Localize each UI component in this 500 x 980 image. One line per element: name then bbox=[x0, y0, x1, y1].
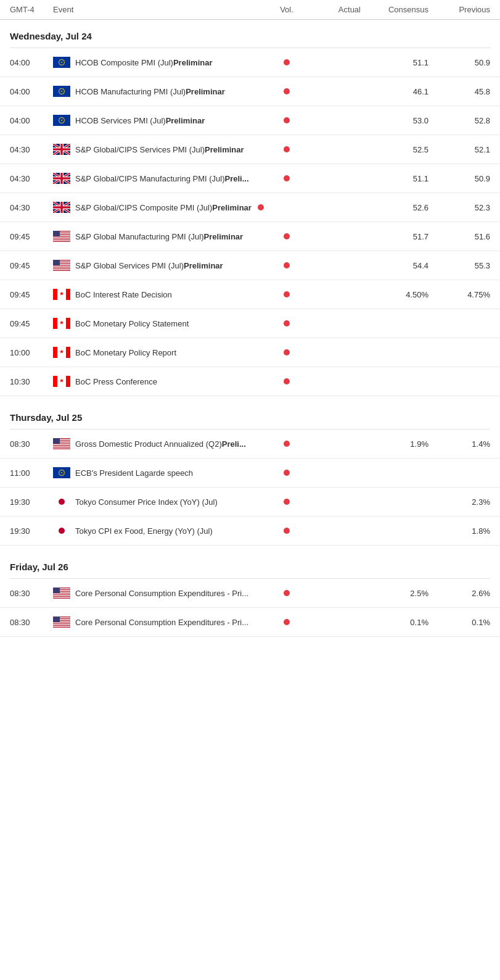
svg-rect-29 bbox=[66, 318, 70, 329]
consensus-cell: 0.1% bbox=[361, 618, 428, 627]
volatility-dot bbox=[284, 146, 290, 152]
event-name: S&P Global Services PMI (Jul)Preliminar bbox=[75, 261, 223, 270]
svg-rect-44 bbox=[53, 438, 60, 444]
table-row[interactable]: 04:00 HCOB Services PMI (Jul)Prelimina bbox=[0, 106, 500, 135]
vol-cell bbox=[268, 145, 305, 154]
svg-rect-31 bbox=[53, 347, 57, 358]
event-name: ECB's President Lagarde speech bbox=[75, 468, 193, 478]
consensus-cell: 51.7 bbox=[361, 232, 428, 241]
time-cell: 19:30 bbox=[10, 497, 53, 507]
table-row[interactable]: 09:45 BoC Interest Rate Decision4.50%4.7… bbox=[0, 280, 500, 309]
header-vol: Vol. bbox=[268, 5, 305, 14]
flag-eu bbox=[53, 86, 70, 97]
svg-rect-64 bbox=[53, 624, 70, 625]
event-name: S&P Global/CIPS Services PMI (Jul)Prelim… bbox=[75, 145, 244, 154]
previous-cell: 4.75% bbox=[428, 290, 490, 299]
time-cell: 04:00 bbox=[10, 58, 53, 67]
event-cell: BoC Monetary Policy Report bbox=[53, 347, 268, 358]
consensus-cell: 51.1 bbox=[361, 58, 428, 67]
svg-rect-42 bbox=[53, 446, 70, 446]
svg-rect-58 bbox=[53, 588, 60, 593]
header-previous: Previous bbox=[428, 5, 490, 14]
time-cell: 08:30 bbox=[10, 439, 53, 449]
event-name: HCOB Composite PMI (Jul)Preliminar bbox=[75, 58, 213, 67]
event-name: S&P Global/CIPS Manufacturing PMI (Jul)P… bbox=[75, 174, 249, 183]
vol-cell bbox=[268, 290, 305, 299]
volatility-dot bbox=[284, 320, 290, 326]
event-name: HCOB Manufacturing PMI (Jul)Preliminar bbox=[75, 87, 225, 96]
consensus-cell: 4.50% bbox=[361, 290, 428, 299]
vol-cell bbox=[268, 58, 305, 67]
event-cell: Tokyo Consumer Price Index (YoY) (Jul) bbox=[53, 496, 268, 507]
svg-rect-65 bbox=[53, 626, 70, 626]
previous-cell: 50.9 bbox=[428, 58, 490, 67]
svg-rect-57 bbox=[53, 597, 70, 597]
table-row[interactable]: 04:00 HCOB Manufacturing PMI (Jul)Prel bbox=[0, 77, 500, 106]
table-row[interactable]: 11:00 ECB's President Lagarde speech bbox=[0, 459, 500, 488]
time-cell: 04:30 bbox=[10, 203, 53, 212]
svg-rect-34 bbox=[53, 376, 57, 387]
event-cell: S&P Global/CIPS Manufacturing PMI (Jul)P… bbox=[53, 173, 268, 184]
vol-cell bbox=[268, 348, 305, 357]
table-row[interactable]: 09:45 S&P Global Services PMI (Jul)Preli… bbox=[0, 251, 500, 280]
table-row[interactable]: 10:00 BoC Monetary Policy Report bbox=[0, 338, 500, 367]
event-cell: Gross Domestic Product Annualized (Q2)Pr… bbox=[53, 438, 268, 449]
svg-rect-25 bbox=[53, 289, 57, 300]
table-row[interactable]: 08:30 Core Personal Consumption Expendit… bbox=[0, 608, 500, 637]
header-row: GMT-4 Event Vol. Actual Consensus Previo… bbox=[0, 0, 500, 20]
time-cell: 09:45 bbox=[10, 290, 53, 299]
previous-cell: 50.9 bbox=[428, 174, 490, 183]
event-name: HCOB Services PMI (Jul)Preliminar bbox=[75, 116, 205, 125]
time-cell: 08:30 bbox=[10, 589, 53, 598]
volatility-dot bbox=[284, 441, 290, 447]
header-consensus: Consensus bbox=[361, 5, 428, 14]
flag-jp bbox=[53, 496, 70, 507]
table-row[interactable]: 04:30 S&P Global/CIPS Composite PMI (Jul… bbox=[0, 193, 500, 222]
svg-rect-14 bbox=[53, 238, 70, 239]
header-event: Event bbox=[53, 5, 268, 14]
svg-rect-56 bbox=[53, 595, 70, 596]
consensus-cell: 2.5% bbox=[361, 589, 428, 598]
svg-point-50 bbox=[59, 528, 65, 534]
table-row[interactable]: 19:30 Tokyo CPI ex Food, Energy (YoY) (J… bbox=[0, 517, 500, 546]
volatility-dot bbox=[284, 262, 290, 268]
table-row[interactable]: 19:30 Tokyo Consumer Price Index (YoY) (… bbox=[0, 488, 500, 517]
vol-cell bbox=[268, 232, 305, 241]
time-cell: 04:00 bbox=[10, 116, 53, 125]
previous-cell: 1.4% bbox=[428, 439, 490, 449]
table-row[interactable]: 09:45 BoC Monetary Policy Statement bbox=[0, 309, 500, 338]
event-cell: S&P Global Services PMI (Jul)Preliminar bbox=[53, 260, 268, 271]
header-gmt: GMT-4 bbox=[10, 5, 53, 14]
table-row[interactable]: 09:45 S&P Global Manufacturing PMI (Jul)… bbox=[0, 222, 500, 251]
svg-rect-15 bbox=[53, 240, 70, 241]
table-row[interactable]: 04:00 HCOB Composite PMI (Jul)Prelimin bbox=[0, 48, 500, 77]
consensus-cell: 53.0 bbox=[361, 116, 428, 125]
svg-rect-28 bbox=[53, 318, 57, 329]
time-cell: 08:30 bbox=[10, 618, 53, 627]
flag-eu bbox=[53, 467, 70, 478]
time-cell: 04:00 bbox=[10, 87, 53, 96]
table-row[interactable]: 04:30 S&P Global/CIPS Manufacturing PMI … bbox=[0, 164, 500, 193]
table-row[interactable]: 08:30 Gross Domestic Product Annualized … bbox=[0, 430, 500, 459]
table-row[interactable]: 04:30 S&P Global/CIPS Services PMI (Jul)… bbox=[0, 135, 500, 164]
time-cell: 09:45 bbox=[10, 319, 53, 328]
previous-cell: 51.6 bbox=[428, 232, 490, 241]
table-row[interactable]: 10:30 BoC Press Conference bbox=[0, 367, 500, 396]
table-row[interactable]: 08:30 Core Personal Consumption Expendit… bbox=[0, 579, 500, 608]
previous-cell: 45.8 bbox=[428, 87, 490, 96]
volatility-dot bbox=[284, 88, 290, 94]
flag-ca bbox=[53, 376, 70, 387]
volatility-dot bbox=[284, 470, 290, 476]
event-name: BoC Monetary Policy Statement bbox=[75, 319, 189, 328]
vol-cell bbox=[268, 377, 305, 386]
time-cell: 04:30 bbox=[10, 145, 53, 154]
event-cell: S&P Global/CIPS Composite PMI (Jul)Preli… bbox=[53, 202, 268, 213]
previous-cell: 1.8% bbox=[428, 526, 490, 536]
vol-cell bbox=[268, 87, 305, 96]
svg-rect-22 bbox=[53, 267, 70, 268]
volatility-dot-inline bbox=[258, 204, 264, 210]
vol-cell bbox=[268, 319, 305, 328]
flag-jp bbox=[53, 525, 70, 536]
previous-cell: 2.6% bbox=[428, 589, 490, 598]
event-cell: ECB's President Lagarde speech bbox=[53, 467, 268, 478]
